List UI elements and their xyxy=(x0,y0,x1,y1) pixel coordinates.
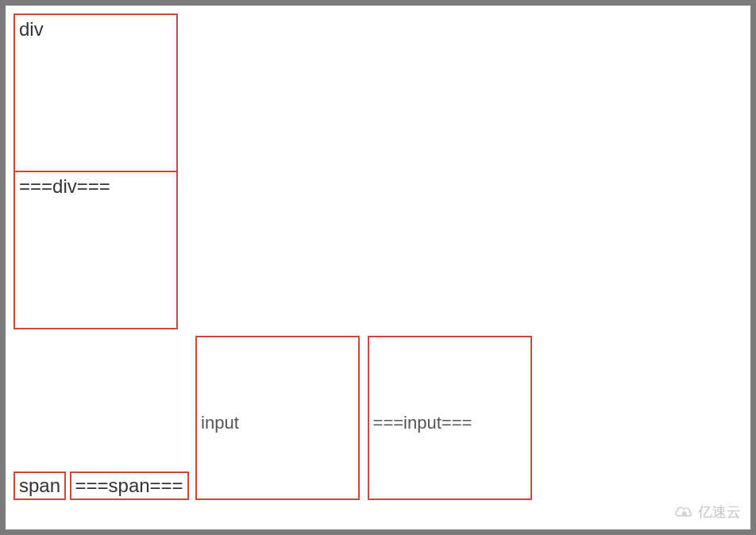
watermark-text: 亿速云 xyxy=(698,502,741,522)
div-box-plain-label: div xyxy=(19,18,44,40)
inline-row: span ===span=== input ===input=== xyxy=(14,336,742,500)
demo-container: div ===div=== span ===span=== input ===i… xyxy=(6,6,750,529)
input-box-plain: input xyxy=(195,336,360,500)
div-box-equals-label: ===div=== xyxy=(19,175,110,197)
watermark: 亿速云 xyxy=(673,502,741,522)
div-box-plain: div xyxy=(14,13,178,172)
watermark-cloud-icon xyxy=(673,503,694,521)
input-box-plain-label: input xyxy=(201,413,239,433)
span-box-equals: ===span=== xyxy=(70,471,189,500)
span-box-plain: span xyxy=(14,471,66,500)
span-box-plain-label: span xyxy=(19,475,60,496)
input-box-equals-label: ===input=== xyxy=(373,413,472,433)
input-box-equals: ===input=== xyxy=(368,336,532,500)
span-box-equals-label: ===span=== xyxy=(75,475,183,496)
div-box-equals: ===div=== xyxy=(14,171,178,329)
